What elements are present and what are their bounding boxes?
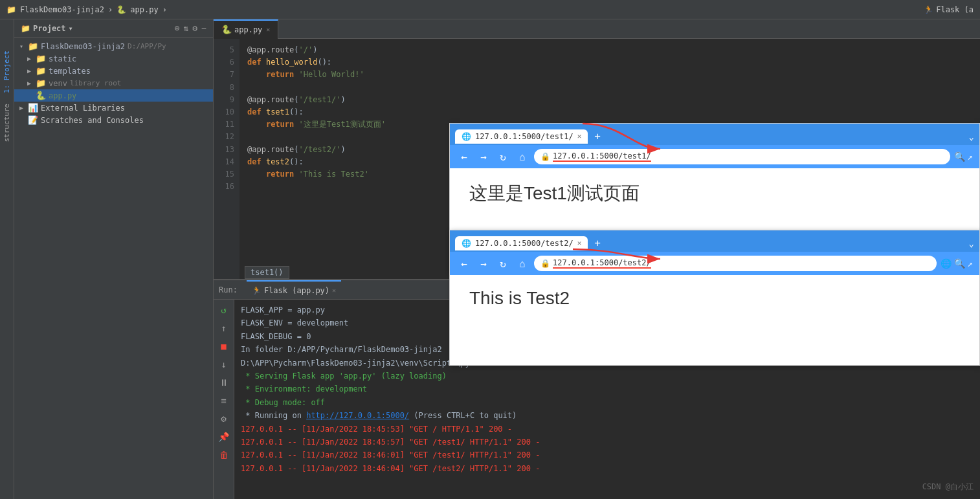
pin-btn[interactable]: 📌 [217, 430, 230, 443]
browser-tab-favicon-1: 🌐 [462, 132, 471, 141]
flask-tab-close[interactable]: ✕ [332, 287, 336, 294]
run-label: Run: [219, 285, 238, 294]
browser-new-tab-2[interactable]: + [590, 234, 605, 252]
browser-tab-close-1[interactable]: ✕ [577, 132, 582, 140]
nav-extra-btns-2: 🌐 🔍 ↗ [941, 258, 973, 269]
stop-btn[interactable]: ■ [217, 340, 230, 353]
browser-tab-close-2[interactable]: ✕ [577, 239, 582, 247]
browser-nav-2: ← → ↻ ⌂ 🔒 127.0.0.1:5000/test2/ 🌐 🔍 ↗ [450, 252, 979, 275]
share-btn-2[interactable]: ↗ [968, 258, 973, 269]
forward-btn-2[interactable]: → [476, 256, 491, 271]
address-text-2: 127.0.0.1:5000/test2/ [553, 258, 651, 269]
project-panel: 📁 Project ▾ ⊕ ⇅ ⚙ − ▾ 📁 FlaskDemo03-jinj… [14, 19, 214, 499]
file-tree: ▾ 📁 FlaskDemo03-jinja2 D:/APP/Py ▶ 📁 sta… [14, 38, 213, 499]
watermark-text: CSDN @白小江 [922, 482, 974, 491]
nav-extra-btns-1: 🔍 ↗ [954, 151, 973, 162]
tree-item-static[interactable]: ▶ 📁 static [14, 52, 213, 65]
tree-item-apppy[interactable]: ▶ 🐍 app.py [14, 89, 213, 102]
refresh-btn-2[interactable]: ↻ [495, 256, 511, 271]
editor-area: 🐍 app.py ✕ 5678 9101112 13141516 @app.ro… [214, 19, 980, 499]
folder-icon-venv: 📁 [36, 78, 46, 88]
zoom-btn-1[interactable]: 🔍 [954, 151, 965, 162]
browser-tab-url-1: 127.0.0.1:5000/test1/ [475, 132, 574, 141]
tab-bar: 🐍 app.py ✕ [214, 19, 980, 39]
folder-icon: 📁 [21, 24, 30, 33]
collapse-icon[interactable]: ⇅ [184, 23, 189, 33]
browser-chrome-2: 🌐 127.0.0.1:5000/test2/ ✕ + ⌄ ← → ↻ ⌂ [450, 230, 979, 275]
structure-tab[interactable]: structure [1, 98, 12, 148]
tree-label-venv: venv [49, 79, 67, 88]
call-tip: tset1() [245, 266, 289, 279]
tree-item-venv[interactable]: ▶ 📁 venv library root [14, 77, 213, 89]
title-bar: 📁 FlaskDemo03-jinja2 › 🐍 app.py › 🏃 Flas… [0, 0, 980, 19]
tree-item-templates[interactable]: ▶ 📁 templates [14, 65, 213, 77]
project-tab[interactable]: 1: Project [1, 45, 12, 98]
browser-content-text-2: This is Test2 [469, 288, 570, 308]
console-line-9: * Running on http://127.0.0.1:5000/ (Pre… [241, 409, 974, 422]
console-line-10: 127.0.0.1 -- [11/Jan/2022 18:45:53] "GET… [241, 423, 974, 436]
tree-label-root: FlaskDemo03-jinja2 [41, 42, 125, 51]
folder-icon-static: 📁 [36, 54, 46, 63]
address-favicon-2: 🔒 [540, 259, 550, 268]
console-line-6: * Serving Flask app 'app.py' (lazy loadi… [241, 370, 974, 383]
panel-header-icons: ⊕ ⇅ ⚙ − [175, 23, 206, 33]
tree-arrow-root: ▾ [19, 43, 26, 50]
main-layout: 1: Project structure 📁 Project ▾ ⊕ ⇅ ⚙ −… [0, 19, 980, 499]
browser-content-1: 这里是Test1测试页面 [450, 168, 979, 219]
tab-close-apppy[interactable]: ✕ [266, 26, 270, 33]
title-bar-right: 🏃 Flask (a [924, 5, 974, 14]
scroll-up-btn[interactable]: ↑ [217, 322, 230, 335]
tree-label-external: External Libraries [41, 104, 125, 113]
dump-threads-btn[interactable]: ≡ [217, 394, 230, 407]
tree-item-scratches[interactable]: ▶ 📝 Scratches and Consoles [14, 114, 213, 126]
browser-tab-item-2[interactable]: 🌐 127.0.0.1:5000/test2/ ✕ [455, 236, 588, 250]
browser-tab-favicon-2: 🌐 [462, 239, 471, 248]
flask-url-link[interactable]: http://127.0.0.1:5000/ [306, 411, 409, 420]
refresh-btn-1[interactable]: ↻ [495, 149, 511, 164]
run-config-icon: 🏃 [924, 5, 933, 14]
console-line-8: * Debug mode: off [241, 396, 974, 409]
flask-run-tab[interactable]: 🏃 Flask (app.py) ✕ [247, 280, 341, 300]
tree-item-external[interactable]: ▶ 📊 External Libraries [14, 102, 213, 114]
rerun-btn[interactable]: ↺ [217, 304, 230, 316]
home-btn-2[interactable]: ⌂ [515, 256, 530, 271]
address-bar-1[interactable]: 🔒 127.0.0.1:5000/test1/ [534, 149, 950, 164]
console-line-11: 127.0.0.1 -- [11/Jan/2022 18:45:57] "GET… [241, 436, 974, 449]
browser-expand-2[interactable]: ⌄ [969, 238, 974, 249]
translate-btn-2[interactable]: 🌐 [941, 258, 952, 269]
address-bar-2[interactable]: 🔒 127.0.0.1:5000/test2/ [534, 256, 937, 271]
share-btn-1[interactable]: ↗ [968, 151, 973, 162]
home-btn-1[interactable]: ⌂ [515, 149, 530, 164]
zoom-btn-2[interactable]: 🔍 [954, 258, 965, 269]
tree-label-templates: templates [49, 67, 91, 76]
tree-item-root[interactable]: ▾ 📁 FlaskDemo03-jinja2 D:/APP/Py [14, 40, 213, 52]
browser-new-tab-1[interactable]: + [590, 128, 605, 145]
browser-expand-1[interactable]: ⌄ [969, 131, 974, 142]
forward-btn-1[interactable]: → [476, 149, 491, 164]
clear-btn[interactable]: 🗑 [217, 449, 230, 461]
tab-apppy[interactable]: 🐍 app.py ✕ [214, 19, 278, 39]
locate-icon[interactable]: ⊕ [175, 23, 180, 33]
tree-sublabel-venv: library root [70, 79, 121, 87]
title-bar-left: 📁 FlaskDemo03-jinja2 › 🐍 app.py › [6, 5, 167, 14]
settings-run-btn[interactable]: ⚙ [217, 412, 230, 425]
tree-label-scratches: Scratches and Consoles [41, 116, 144, 125]
pause-btn[interactable]: ⏸ [217, 376, 230, 389]
code-line-6: def hello_world(): [247, 56, 972, 69]
settings-icon[interactable]: ⚙ [192, 23, 197, 33]
back-btn-1[interactable]: ← [456, 149, 472, 164]
panel-title: 📁 Project ▾ [21, 24, 73, 33]
browser-window-2: 🌐 127.0.0.1:5000/test2/ ✕ + ⌄ ← → ↻ ⌂ [449, 230, 980, 366]
tree-sublabel-root: D:/APP/Py [128, 42, 166, 50]
file-icon: 🐍 [117, 5, 126, 14]
code-line-8 [247, 82, 972, 94]
breadcrumb-end-sep: › [162, 5, 167, 14]
run-toolbar: ↺ ↑ ■ ↓ ⏸ ≡ ⚙ 📌 🗑 [214, 300, 234, 499]
tree-arrow-venv: ▶ [27, 80, 34, 87]
panel-dropdown-icon[interactable]: ▾ [69, 24, 73, 33]
back-btn-2[interactable]: ← [456, 256, 472, 271]
minimize-icon[interactable]: − [201, 23, 206, 33]
browser-content-2: This is Test2 [450, 275, 979, 322]
scroll-down-btn[interactable]: ↓ [217, 358, 230, 371]
browser-tab-item-1[interactable]: 🌐 127.0.0.1:5000/test1/ ✕ [455, 129, 588, 144]
